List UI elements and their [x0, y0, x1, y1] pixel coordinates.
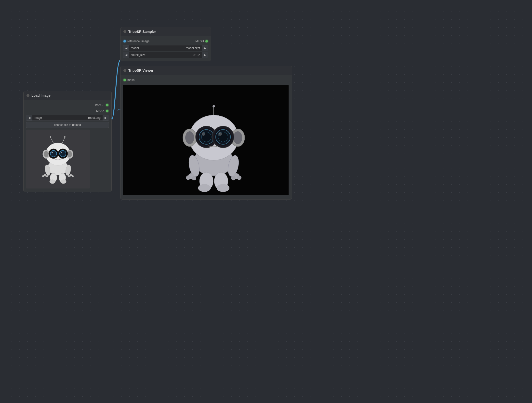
svg-point-21	[50, 136, 51, 138]
reference-image-label: reference_image	[127, 40, 149, 43]
reference-image-input-port[interactable]	[123, 40, 126, 42]
triposr-viewer-node: TripoSR Viewer mesh	[120, 66, 292, 200]
mask-port-row: MASK	[24, 108, 111, 114]
image-stepper: ◀ image robot.png ▶	[26, 115, 109, 121]
svg-point-23	[64, 136, 66, 138]
image-stepper-label: image	[32, 115, 86, 121]
mesh-input-port[interactable]	[123, 79, 126, 81]
load-image-header: Load Image	[24, 91, 111, 100]
svg-point-34	[68, 175, 70, 177]
svg-point-57	[218, 132, 222, 136]
svg-point-33	[69, 174, 72, 176]
model-stepper-left[interactable]: ◀	[123, 45, 129, 51]
triposr-sampler-node: TripoSR Sampler reference_image MESH ◀ m…	[120, 27, 211, 61]
svg-point-13	[52, 152, 53, 153]
node-status-dot	[27, 94, 29, 97]
svg-point-5	[44, 151, 48, 157]
connection-lines	[0, 0, 532, 403]
mesh-output-port[interactable]	[205, 40, 208, 42]
load-image-node: Load Image IMAGE MASK ◀ image robot.png …	[23, 91, 112, 192]
triposr-sampler-title: TripoSR Sampler	[128, 30, 156, 34]
svg-point-43	[233, 131, 242, 144]
mesh-input-label: mesh	[127, 78, 134, 82]
chunk-size-stepper: ◀ chunk_size 8192 ▶	[123, 52, 208, 58]
chunk-stepper-label: chunk_size	[129, 52, 191, 58]
model-stepper: ◀ model model.ckpt ▶	[123, 45, 208, 51]
wire-overlay	[0, 0, 532, 403]
svg-point-7	[67, 151, 72, 157]
viewer-display	[123, 85, 289, 195]
svg-point-30	[44, 174, 46, 176]
mask-output-port[interactable]	[106, 110, 108, 112]
svg-point-67	[186, 175, 190, 180]
image-stepper-right[interactable]: ▶	[103, 115, 109, 121]
svg-point-32	[42, 175, 44, 177]
svg-point-68	[192, 176, 196, 180]
svg-point-19	[61, 152, 62, 153]
load-image-title: Load Image	[31, 94, 51, 97]
mask-port-label: MASK	[96, 109, 105, 113]
model-stepper-right[interactable]: ▶	[202, 45, 208, 51]
svg-point-41	[185, 131, 194, 144]
mesh-input-row: mesh	[120, 77, 292, 83]
svg-point-31	[46, 175, 48, 177]
sampler-status-dot	[123, 30, 126, 33]
model-stepper-value: model.ckpt	[184, 45, 202, 51]
upload-button[interactable]: choose file to upload	[26, 122, 109, 128]
image-stepper-left[interactable]: ◀	[26, 115, 32, 121]
triposr-viewer-title: TripoSR Viewer	[128, 68, 153, 72]
image-port-label: IMAGE	[95, 103, 105, 107]
reference-image-row: reference_image MESH	[120, 38, 211, 44]
svg-point-35	[72, 175, 74, 177]
image-output-port[interactable]	[106, 104, 108, 106]
model-stepper-label: model	[129, 45, 184, 51]
robot-image-preview	[26, 130, 90, 188]
triposr-viewer-header: TripoSR Viewer	[120, 66, 292, 75]
chunk-stepper-right[interactable]: ▶	[202, 52, 208, 58]
svg-point-65	[217, 184, 229, 192]
robot-3d-svg	[123, 85, 289, 195]
image-stepper-value: robot.png	[86, 115, 103, 121]
triposr-viewer-body: mesh	[120, 75, 292, 199]
load-image-body: IMAGE MASK ◀ image robot.png ▶ choose fi…	[24, 100, 111, 192]
svg-point-64	[198, 184, 211, 192]
image-port-row: IMAGE	[24, 102, 111, 108]
svg-point-59	[213, 105, 215, 107]
chunk-stepper-left[interactable]: ◀	[123, 52, 129, 58]
triposr-sampler-body: reference_image MESH ◀ model model.ckpt …	[120, 36, 211, 61]
chunk-stepper-value: 8192	[191, 52, 202, 58]
robot-svg	[26, 130, 90, 188]
svg-point-29	[60, 180, 66, 184]
mesh-out-label: MESH	[195, 40, 204, 43]
viewer-status-dot	[123, 69, 126, 72]
triposr-sampler-header: TripoSR Sampler	[120, 27, 211, 36]
svg-point-71	[231, 176, 236, 180]
svg-point-50	[202, 132, 205, 136]
svg-point-28	[50, 180, 55, 184]
svg-point-70	[237, 175, 241, 180]
